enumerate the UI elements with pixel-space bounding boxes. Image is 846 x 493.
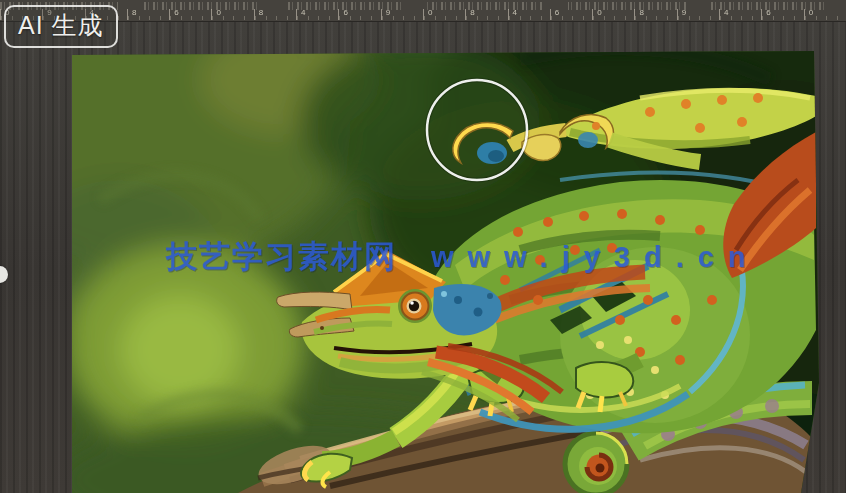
ruler-tick: 4	[719, 9, 761, 20]
ruler-tick: 6	[550, 9, 592, 20]
ruler-tick: 9	[677, 9, 719, 20]
top-ruler[interactable]: 09486084690846089460	[0, 0, 846, 22]
ai-generated-badge: AI 生成	[4, 5, 118, 48]
ruler-tick: 8	[634, 9, 676, 20]
editor-viewport: 09486084690846089460 AI 生成 技艺学习素材网 www.j…	[0, 0, 846, 493]
ruler-tick: 0	[211, 9, 253, 20]
watermark-site-name: 技艺学习素材网	[166, 236, 397, 278]
watermark-url: www.jy3d.cn	[431, 241, 760, 274]
ruler-tick: 8	[127, 9, 169, 20]
ruler-tick: 8	[465, 9, 507, 20]
ai-generated-badge-label: AI 生成	[18, 11, 104, 39]
ruler-tick: 0	[804, 9, 846, 20]
ruler-tick: 4	[508, 9, 550, 20]
ruler-tick: 6	[338, 9, 380, 20]
watermark: 技艺学习素材网 www.jy3d.cn	[166, 236, 760, 278]
ruler-tick: 9	[381, 9, 423, 20]
ruler-tick: 8	[254, 9, 296, 20]
ruler-tick: 0	[592, 9, 634, 20]
ruler-tick: 4	[296, 9, 338, 20]
ruler-ticks: 09486084690846089460	[0, 9, 846, 20]
ruler-tick: 0	[423, 9, 465, 20]
ruler-tick: 6	[169, 9, 211, 20]
ruler-tick: 6	[761, 9, 803, 20]
